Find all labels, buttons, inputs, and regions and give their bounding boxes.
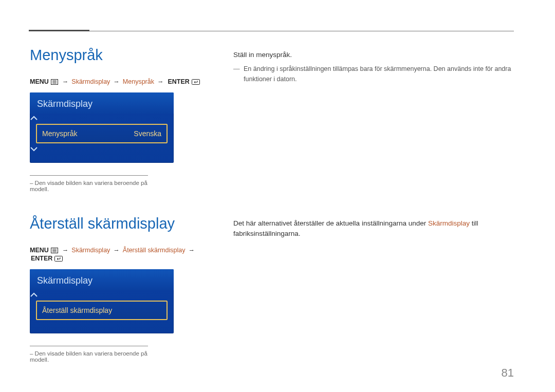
osd-panel-title: Skärmdisplay [30, 92, 174, 114]
chevron-up-icon[interactable] [30, 114, 174, 123]
page-top-rule [30, 31, 514, 31]
enter-icon [54, 256, 63, 262]
section-aterstall: Återställ skärmdisplay MENU → Skärmdispl… [30, 215, 514, 363]
breadcrumb-menu-word: MENU [30, 247, 49, 254]
body-text-accent: Skärmdisplay [428, 219, 470, 227]
body-text: Ställ in menyspråk. [233, 50, 514, 60]
breadcrumb-arrow: → [62, 247, 69, 254]
osd-panel: Skärmdisplay Menyspråk Svenska [30, 92, 174, 163]
footnote: – Den visade bilden kan variera beroende… [30, 175, 148, 192]
osd-selected-row[interactable]: Menyspråk Svenska [36, 124, 168, 143]
breadcrumb-enter-word: ENTER [168, 78, 189, 85]
breadcrumb-item: Skärmdisplay [71, 247, 110, 254]
osd-row-label: Återställ skärmdisplay [42, 306, 112, 314]
breadcrumb-arrow: → [188, 247, 195, 254]
breadcrumb-item: Återställ skärmdisplay [123, 247, 186, 254]
body-note: En ändring i språkinställningen tillämpa… [233, 64, 514, 84]
breadcrumb: MENU → Skärmdisplay → Återställ skärmdis… [30, 247, 208, 262]
breadcrumb-arrow: → [113, 78, 120, 85]
menu-icon [51, 79, 58, 85]
breadcrumb-arrow: → [113, 247, 120, 254]
osd-row-value: Svenska [134, 129, 161, 138]
chevron-down-icon[interactable] [30, 144, 174, 154]
section-menysprak: Menyspråk MENU → Skärmdisplay → Menysprå… [30, 47, 514, 192]
osd-row-label: Menyspråk [42, 129, 77, 138]
breadcrumb-item: Skärmdisplay [71, 78, 110, 85]
body-text-pre: Det här alternativet återställer de aktu… [233, 219, 428, 227]
page-number: 81 [502, 366, 514, 380]
breadcrumb-item: Menyspråk [123, 78, 154, 85]
chevron-up-icon[interactable] [30, 290, 174, 300]
section-title: Återställ skärmdisplay [30, 215, 208, 232]
enter-icon [192, 79, 200, 85]
panel-spacer [30, 321, 174, 326]
osd-panel: Skärmdisplay Återställ skärmdisplay [30, 269, 174, 333]
breadcrumb-enter-word: ENTER [31, 255, 52, 262]
section-title: Menyspråk [30, 47, 208, 64]
breadcrumb-menu-word: MENU [30, 78, 49, 85]
footnote-text: Den visade bilden kan variera beroende p… [30, 180, 147, 192]
breadcrumb-arrow: → [157, 78, 164, 85]
body-text: Det här alternativet återställer de aktu… [233, 218, 514, 239]
osd-selected-row[interactable]: Återställ skärmdisplay [36, 301, 168, 320]
menu-icon [51, 248, 58, 253]
footnote: – Den visade bilden kan variera beroende… [30, 346, 148, 363]
osd-panel-title: Skärmdisplay [30, 269, 174, 290]
footnote-text: Den visade bilden kan variera beroende p… [30, 350, 147, 363]
breadcrumb: MENU → Skärmdisplay → Menyspråk → ENTER [30, 78, 208, 85]
breadcrumb-arrow: → [62, 78, 69, 85]
